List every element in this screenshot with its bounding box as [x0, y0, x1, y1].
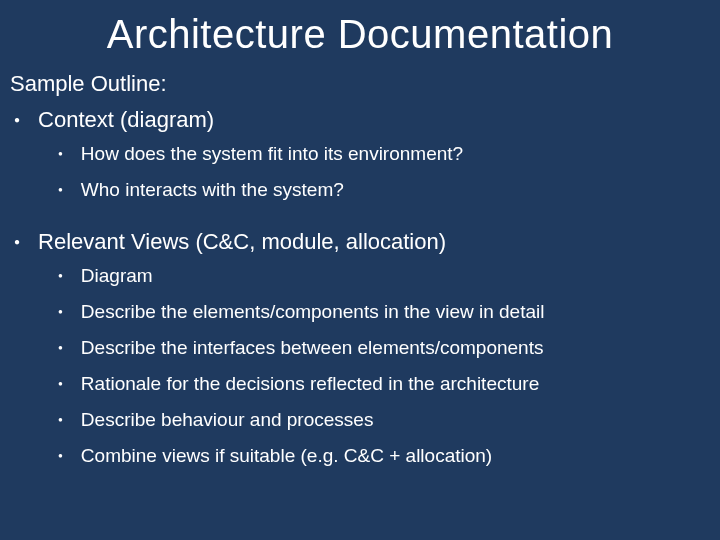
list-item: ● Relevant Views (C&C, module, allocatio…: [14, 229, 710, 487]
bullet-icon: ●: [58, 380, 63, 388]
outline-list: ● Context (diagram) ● How does the syste…: [0, 107, 720, 487]
list-item-label: Describe the interfaces between elements…: [81, 337, 544, 359]
sub-list: ● How does the system fit into its envir…: [14, 143, 710, 215]
list-item: ● Describe behaviour and processes: [58, 409, 710, 431]
bullet-icon: ●: [58, 186, 63, 194]
list-item-label: Relevant Views (C&C, module, allocation): [38, 229, 446, 255]
bullet-icon: ●: [58, 308, 63, 316]
list-item: ● Describe the elements/components in th…: [58, 301, 710, 323]
list-item-label: Diagram: [81, 265, 153, 287]
list-item-row: ● Relevant Views (C&C, module, allocatio…: [14, 229, 710, 255]
slide: Architecture Documentation Sample Outlin…: [0, 0, 720, 540]
bullet-icon: ●: [14, 237, 20, 247]
list-item: ● Describe the interfaces between elemen…: [58, 337, 710, 359]
slide-title: Architecture Documentation: [0, 0, 720, 71]
bullet-icon: ●: [58, 150, 63, 158]
outline-subhead: Sample Outline:: [0, 71, 720, 97]
bullet-icon: ●: [58, 344, 63, 352]
list-item-label: How does the system fit into its environ…: [81, 143, 463, 165]
list-item: ● How does the system fit into its envir…: [58, 143, 710, 165]
list-item: ● Diagram: [58, 265, 710, 287]
sub-list: ● Diagram ● Describe the elements/compon…: [14, 265, 710, 481]
list-item-label: Who interacts with the system?: [81, 179, 344, 201]
bullet-icon: ●: [58, 272, 63, 280]
bullet-icon: ●: [14, 115, 20, 125]
list-item-label: Context (diagram): [38, 107, 214, 133]
list-item: ● Who interacts with the system?: [58, 179, 710, 201]
list-item-row: ● Context (diagram): [14, 107, 710, 133]
list-item-label: Combine views if suitable (e.g. C&C + al…: [81, 445, 492, 467]
list-item: ● Context (diagram) ● How does the syste…: [14, 107, 710, 221]
list-item-label: Rationale for the decisions reflected in…: [81, 373, 539, 395]
list-item-label: Describe the elements/components in the …: [81, 301, 545, 323]
bullet-icon: ●: [58, 416, 63, 424]
list-item: ● Combine views if suitable (e.g. C&C + …: [58, 445, 710, 467]
list-item-label: Describe behaviour and processes: [81, 409, 374, 431]
list-item: ● Rationale for the decisions reflected …: [58, 373, 710, 395]
bullet-icon: ●: [58, 452, 63, 460]
